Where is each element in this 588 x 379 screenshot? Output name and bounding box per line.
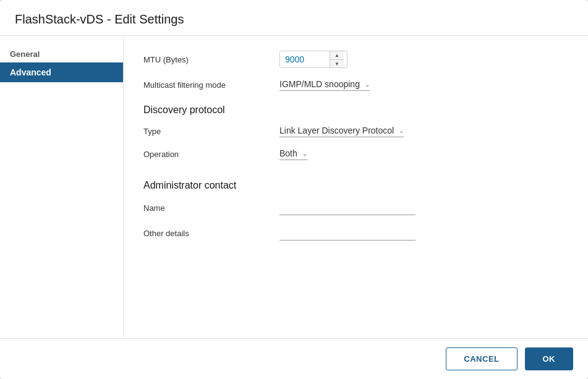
discovery-protocol-section: Discovery protocol Type Link Layer Disco… <box>143 102 568 160</box>
discovery-type-label: Type <box>143 127 279 136</box>
mtu-input-wrapper[interactable]: ▲ ▼ <box>279 51 347 68</box>
discovery-type-control-wrapper: Link Layer Discovery Protocol ⌄ <box>279 126 568 137</box>
cancel-button[interactable]: CANCEL <box>446 347 517 370</box>
mtu-input[interactable] <box>280 51 330 67</box>
multicast-value: IGMP/MLD snooping <box>279 79 360 89</box>
discovery-operation-label: Operation <box>143 150 279 159</box>
discovery-type-chevron-icon: ⌄ <box>399 127 404 134</box>
sidebar-group-general: General <box>0 46 123 62</box>
sidebar-item-advanced[interactable]: Advanced <box>0 62 123 82</box>
discovery-operation-row: Operation Both ⌄ <box>143 148 568 160</box>
other-details-input[interactable] <box>279 226 415 241</box>
other-details-label: Other details <box>143 229 279 238</box>
mtu-label: MTU (Bytes) <box>143 55 279 64</box>
sidebar: General Advanced <box>0 36 124 338</box>
discovery-operation-value: Both <box>279 148 297 158</box>
dialog-header: FlashStack-vDS - Edit Settings <box>0 0 588 36</box>
admin-name-label: Name <box>143 203 279 213</box>
ok-button[interactable]: OK <box>525 347 574 370</box>
multicast-control-wrapper: IGMP/MLD snooping ⌄ <box>279 79 568 91</box>
discovery-operation-control-wrapper: Both ⌄ <box>279 148 568 160</box>
mtu-control-wrapper: ▲ ▼ <box>279 51 568 68</box>
multicast-chevron-icon: ⌄ <box>365 81 370 88</box>
mtu-spinner-up[interactable]: ▲ <box>330 51 344 59</box>
other-details-control-wrapper <box>279 226 568 241</box>
admin-name-control-wrapper <box>279 201 568 215</box>
discovery-type-value: Link Layer Discovery Protocol <box>279 126 394 135</box>
discovery-protocol-title: Discovery protocol <box>143 102 568 116</box>
discovery-type-row: Type Link Layer Discovery Protocol ⌄ <box>143 126 568 137</box>
discovery-operation-chevron-icon: ⌄ <box>302 150 307 157</box>
edit-settings-dialog: FlashStack-vDS - Edit Settings General A… <box>0 0 588 379</box>
admin-name-row: Name <box>143 201 568 215</box>
content-area: MTU (Bytes) ▲ ▼ Multicast filtering mode <box>124 36 588 338</box>
mtu-row: MTU (Bytes) ▲ ▼ <box>143 51 568 68</box>
admin-contact-title: Administrator contact <box>143 177 568 191</box>
dialog-footer: CANCEL OK <box>0 338 588 379</box>
discovery-type-select[interactable]: Link Layer Discovery Protocol ⌄ <box>279 126 404 137</box>
discovery-operation-select[interactable]: Both ⌄ <box>279 148 307 160</box>
multicast-select[interactable]: IGMP/MLD snooping ⌄ <box>279 79 370 91</box>
dialog-body: General Advanced MTU (Bytes) ▲ ▼ <box>0 36 588 338</box>
multicast-label: Multicast filtering mode <box>143 80 279 90</box>
mtu-spinner-down[interactable]: ▼ <box>330 59 344 67</box>
admin-contact-section: Administrator contact Name Other details <box>143 177 568 241</box>
mtu-spinner[interactable]: ▲ ▼ <box>330 51 344 67</box>
admin-name-input[interactable] <box>279 201 415 215</box>
other-details-row: Other details <box>143 226 568 241</box>
multicast-row: Multicast filtering mode IGMP/MLD snoopi… <box>143 79 568 91</box>
dialog-title: FlashStack-vDS - Edit Settings <box>15 12 573 27</box>
